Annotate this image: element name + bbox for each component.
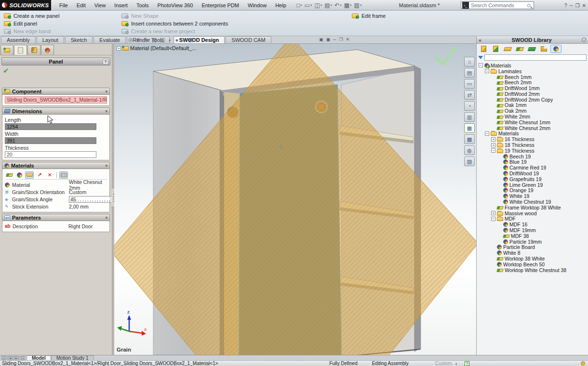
library-tree-item[interactable]: Beech 2mm [478,79,588,85]
menu-item[interactable]: Edit [72,0,90,11]
help-icon[interactable]: ? [103,59,108,65]
menu-item[interactable]: Insert [110,0,132,11]
toolbar-icon[interactable]: ↶▾ [334,2,343,9]
library-tree-item[interactable]: − Materials [478,63,588,68]
library-tree-item[interactable]: Worktop Beech 50 [478,261,588,267]
library-toolbar-icon[interactable] [550,45,561,53]
dropdown-caret-icon[interactable]: ▾ [360,3,362,7]
tab-nav-icon[interactable]: « [1,356,7,360]
ok-check-button[interactable]: ✔ [3,66,112,76]
command-button[interactable]: Edit frame [352,12,386,20]
dropdown-caret-icon[interactable]: ▾ [340,3,342,7]
dropdown-caret-icon[interactable]: ▾ [350,3,352,7]
library-toolbar-icon[interactable] [502,45,513,53]
orientation-value[interactable]: Custom [69,189,107,195]
library-tree-item[interactable]: Oak 2mm [478,108,588,114]
close-button[interactable]: ✕ [582,3,586,8]
library-tree-item[interactable]: − 19 Thickness [478,148,588,154]
library-toolbar-icon[interactable] [478,45,489,53]
command-button[interactable]: Create a new frame project [121,27,228,35]
task-pane-icon[interactable]: ▤ [464,68,475,78]
command-tab[interactable]: Assembly [1,36,36,43]
command-tab[interactable]: Layout [37,36,64,43]
library-tree-item[interactable]: Beech 19 [478,154,588,159]
task-pane-icon[interactable]: ▦ [464,123,475,133]
library-tree-item[interactable]: White Chesnut 1mm [478,119,588,125]
collapse-chevron-icon[interactable]: « [104,164,108,167]
task-pane-icon[interactable]: ◍ [464,145,475,155]
tree-expander-icon[interactable]: − [479,63,483,67]
library-tree-item[interactable]: Beech 1mm [478,74,588,80]
library-tree-item[interactable]: DriftWood 1mm [478,85,588,91]
headsup-icon[interactable]: ◎ [128,37,133,43]
remove-material-icon[interactable] [45,171,54,179]
pin-icon[interactable] [582,38,586,42]
model-tab[interactable]: Motion Study 1 [51,355,94,360]
search-scope-icon[interactable]: ›_ [462,2,469,9]
library-tree-item[interactable]: − Materials [478,131,588,137]
tab-nav-icon[interactable]: » [20,356,26,360]
feature-tree-label[interactable]: Material (Default<Default_... [130,45,196,51]
library-tree-item[interactable]: Blue 19 [478,159,588,165]
library-tree-item[interactable]: Worktop White Chestnut 38 [478,267,588,273]
tree-expander-icon[interactable]: + [491,143,495,147]
command-tab[interactable]: Sketch [65,36,93,43]
collapse-chevron-icon[interactable]: « [104,90,108,92]
thickness-field[interactable] [5,151,96,158]
expand-icon[interactable]: + [117,46,121,51]
library-tree-item[interactable]: MDF 19mm [478,227,588,233]
tree-expander-icon[interactable]: − [485,131,489,136]
library-toolbar-icon[interactable] [514,45,525,53]
command-button[interactable]: Insert connectors between 2 components [121,20,228,27]
command-tab[interactable]: SWOOD CAM [226,36,271,43]
command-button[interactable]: New Shape [121,12,228,20]
menu-item[interactable]: Enterprise PDM [197,0,243,11]
dropdown-caret-icon[interactable]: ▾ [321,3,322,7]
tree-expander-icon[interactable]: − [485,69,489,73]
property-manager-tab[interactable] [41,45,54,55]
component-section-header[interactable]: Component « [2,88,110,95]
materials-section-header[interactable]: Materials « [2,162,110,169]
headsup-icon[interactable]: ▤ [152,37,157,43]
task-pane-icon[interactable]: ▩ [464,134,475,144]
library-tree-item[interactable]: + 18 Thickness [478,142,588,148]
command-button[interactable]: Create a new panel [4,12,59,20]
command-tab[interactable]: Evaluate [94,36,126,43]
menu-item[interactable]: Tools [132,0,153,11]
command-button[interactable]: New edge band [4,27,59,35]
tag-icon[interactable]: ? [465,361,469,366]
parameters-section-header[interactable]: x= Parameters « [2,214,110,221]
library-tree-item[interactable]: Carmine Red 19 [478,165,588,170]
library-tree-item[interactable]: White 8 [478,250,588,256]
tree-expander-icon[interactable]: + [491,137,495,142]
library-tree-item[interactable]: Grapefruits 19 [478,176,588,182]
library-tree-item[interactable]: − Laminates [478,68,588,74]
library-toolbar-icon[interactable] [490,45,501,53]
dropdown-caret-icon[interactable]: ▾ [310,3,312,7]
headsup-icon[interactable]: ◐ [169,37,172,43]
task-pane-icon[interactable]: ⌂ [464,57,475,66]
dropdown-caret-icon[interactable]: ▾ [300,3,302,7]
headsup-icon[interactable]: ✎ [144,37,148,43]
configuration-name[interactable]: Custom [435,361,452,366]
library-tree-item[interactable]: Orange 19 [478,188,588,194]
panel-material-icon[interactable] [25,171,34,179]
task-pane-icon[interactable]: ▥ [464,112,475,122]
menu-item[interactable]: File [55,0,72,11]
library-tree-item[interactable]: Particle Board [478,245,588,250]
library-tree-item[interactable]: DriftWood 2mm Copy [478,97,588,103]
library-tree-item[interactable]: Oak 1mm [478,103,588,108]
search-icon[interactable] [527,4,531,7]
help-button[interactable]: ? [564,3,567,8]
library-tree-item[interactable]: Lime Green 19 [478,182,588,188]
library-tree-item[interactable]: DriftWood 2mm [478,91,588,97]
model-tab[interactable]: Model [27,355,51,360]
library-tree-item[interactable]: − MDF [478,216,588,222]
property-manager-tab[interactable] [0,45,13,55]
task-pane-icon[interactable]: ▨ [464,157,475,166]
dropdown-caret-icon[interactable]: ▾ [331,3,333,7]
component-name-field[interactable]: Sliding Doors_SWOODBox2_1_Material-1/Rig… [5,96,107,104]
headsup-icon[interactable]: ◫ [160,37,165,43]
task-pane-icon[interactable]: ◔ [464,101,475,111]
grain-icon[interactable] [59,171,68,179]
